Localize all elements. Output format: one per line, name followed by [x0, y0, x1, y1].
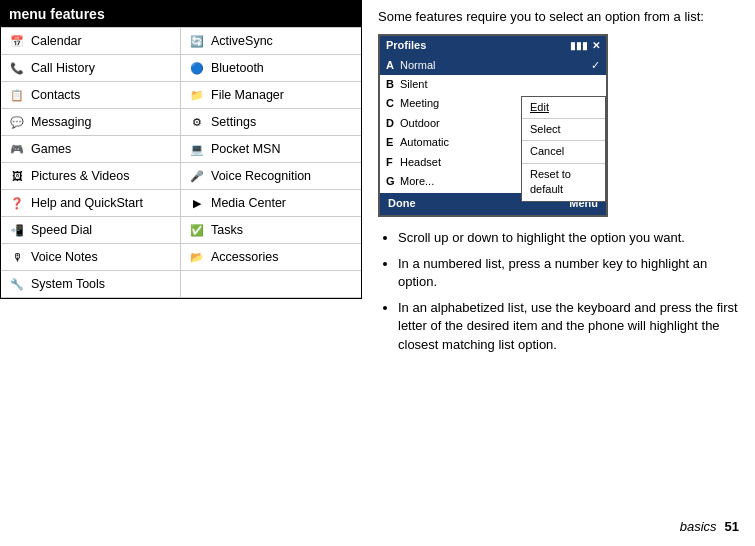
settings-icon: ⚙ [187, 114, 207, 130]
intro-text: Some features require you to select an o… [378, 8, 739, 26]
contacts-icon: 📋 [7, 87, 27, 103]
menu-item-pocket-msn[interactable]: 💻 Pocket MSN [181, 136, 361, 163]
menu-features-panel: menu features 📅 Calendar 🔄 ActiveSync 📞 … [0, 0, 362, 299]
menu-item-tasks[interactable]: ✅ Tasks [181, 217, 361, 244]
profile-check-normal: ✓ [591, 58, 600, 73]
bullet-item-1: Scroll up or down to highlight the optio… [398, 229, 739, 247]
menu-item-accessories[interactable]: 📂 Accessories [181, 244, 361, 271]
profile-name-normal: Normal [400, 58, 591, 73]
right-panel: Some features require you to select an o… [362, 0, 755, 546]
section-label: basics [680, 518, 717, 536]
settings-label: Settings [211, 115, 256, 129]
system-tools-label: System Tools [31, 277, 105, 291]
menu-item-bluetooth[interactable]: 🔵 Bluetooth [181, 55, 361, 82]
panel-header: menu features [1, 1, 361, 27]
profile-row-normal[interactable]: A Normal ✓ [380, 56, 606, 75]
menu-item-messaging[interactable]: 💬 Messaging [1, 109, 181, 136]
profile-letter-a: A [386, 58, 400, 73]
profile-letter-e: E [386, 135, 400, 150]
games-icon: 🎮 [7, 141, 27, 157]
file-manager-label: File Manager [211, 88, 284, 102]
profile-letter-b: B [386, 77, 400, 92]
games-label: Games [31, 142, 71, 156]
menu-item-games[interactable]: 🎮 Games [1, 136, 181, 163]
speed-dial-icon: 📲 [7, 222, 27, 238]
menu-item-empty [181, 271, 361, 298]
menu-item-voice-recognition[interactable]: 🎤 Voice Recognition [181, 163, 361, 190]
profile-list: A Normal ✓ B Silent C Meeting D Outdoor … [380, 56, 606, 192]
calendar-icon: 📅 [7, 33, 27, 49]
call-history-label: Call History [31, 61, 95, 75]
bluetooth-icon: 🔵 [187, 60, 207, 76]
menu-item-media-center[interactable]: ▶ Media Center [181, 190, 361, 217]
file-manager-icon: 📁 [187, 87, 207, 103]
menu-item-calendar[interactable]: 📅 Calendar [1, 28, 181, 55]
system-tools-icon: 🔧 [7, 276, 27, 292]
context-menu-edit[interactable]: Edit [522, 97, 605, 119]
tasks-label: Tasks [211, 223, 243, 237]
speed-dial-label: Speed Dial [31, 223, 92, 237]
menu-item-speed-dial[interactable]: 📲 Speed Dial [1, 217, 181, 244]
accessories-icon: 📂 [187, 249, 207, 265]
phone-ui-mockup: Profiles ▮▮▮ ✕ A Normal ✓ B Silent C Mee… [378, 34, 608, 217]
messaging-label: Messaging [31, 115, 91, 129]
tasks-icon: ✅ [187, 222, 207, 238]
phone-title-bar: Profiles ▮▮▮ ✕ [380, 36, 606, 55]
activesync-icon: 🔄 [187, 33, 207, 49]
context-menu-select[interactable]: Select [522, 119, 605, 141]
voice-recognition-icon: 🎤 [187, 168, 207, 184]
signal-icon: ✕ [592, 39, 600, 53]
voice-notes-label: Voice Notes [31, 250, 98, 264]
activesync-label: ActiveSync [211, 34, 273, 48]
bullet-item-2: In a numbered list, press a number key t… [398, 255, 739, 291]
voice-notes-icon: 🎙 [7, 249, 27, 265]
media-center-label: Media Center [211, 196, 286, 210]
page-number: 51 [725, 518, 739, 536]
menu-item-system-tools[interactable]: 🔧 System Tools [1, 271, 181, 298]
media-center-icon: ▶ [187, 195, 207, 211]
bluetooth-label: Bluetooth [211, 61, 264, 75]
done-button[interactable]: Done [388, 196, 416, 211]
menu-item-call-history[interactable]: 📞 Call History [1, 55, 181, 82]
pictures-videos-icon: 🖼 [7, 168, 27, 184]
profile-row-silent[interactable]: B Silent [380, 75, 606, 94]
accessories-label: Accessories [211, 250, 278, 264]
bullet-item-3: In an alphabetized list, use the keyboar… [398, 299, 739, 354]
menu-item-file-manager[interactable]: 📁 File Manager [181, 82, 361, 109]
profile-name-silent: Silent [400, 77, 600, 92]
menu-item-contacts[interactable]: 📋 Contacts [1, 82, 181, 109]
menu-item-activesync[interactable]: 🔄 ActiveSync [181, 28, 361, 55]
menu-item-voice-notes[interactable]: 🎙 Voice Notes [1, 244, 181, 271]
phone-title-icons: ▮▮▮ ✕ [570, 39, 600, 53]
context-menu: Edit Select Cancel Reset to default [521, 96, 606, 202]
pictures-videos-label: Pictures & Videos [31, 169, 129, 183]
call-history-icon: 📞 [7, 60, 27, 76]
help-label: Help and QuickStart [31, 196, 143, 210]
help-icon: ❓ [7, 195, 27, 211]
context-menu-cancel[interactable]: Cancel [522, 141, 605, 163]
pocket-msn-label: Pocket MSN [211, 142, 280, 156]
menu-item-pictures-videos[interactable]: 🖼 Pictures & Videos [1, 163, 181, 190]
phone-title: Profiles [386, 38, 426, 53]
messaging-icon: 💬 [7, 114, 27, 130]
menu-grid: 📅 Calendar 🔄 ActiveSync 📞 Call History 🔵… [1, 27, 361, 298]
profile-letter-c: C [386, 96, 400, 111]
profile-letter-d: D [386, 116, 400, 131]
voice-recognition-label: Voice Recognition [211, 169, 311, 183]
context-menu-reset[interactable]: Reset to default [522, 164, 605, 201]
pocket-msn-icon: 💻 [187, 141, 207, 157]
instructions-list: Scroll up or down to highlight the optio… [378, 229, 739, 354]
calendar-label: Calendar [31, 34, 82, 48]
menu-item-help-quickstart[interactable]: ❓ Help and QuickStart [1, 190, 181, 217]
profile-letter-g: G [386, 174, 400, 189]
page-footer: basics 51 [680, 518, 739, 536]
battery-icon: ▮▮▮ [570, 39, 588, 53]
profile-letter-f: F [386, 155, 400, 170]
contacts-label: Contacts [31, 88, 80, 102]
menu-item-settings[interactable]: ⚙ Settings [181, 109, 361, 136]
